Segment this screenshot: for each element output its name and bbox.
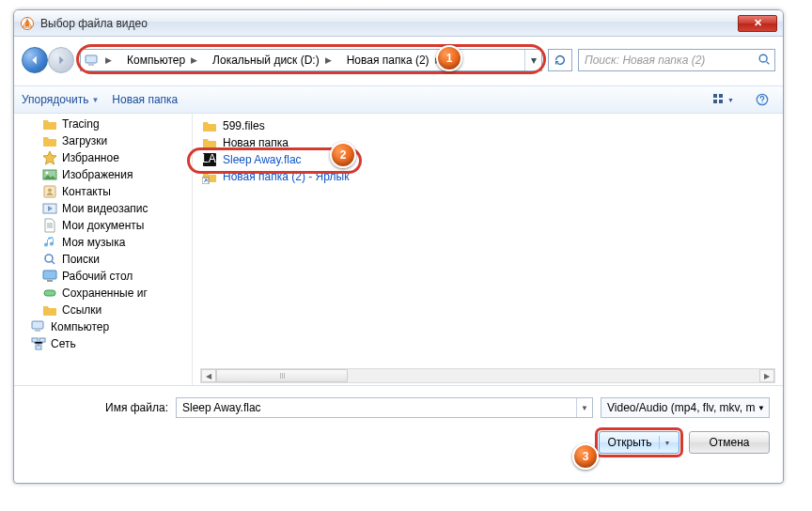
view-mode-button[interactable]: ▼	[710, 89, 736, 110]
scroll-thumb[interactable]	[216, 369, 348, 382]
file-name: 599.files	[223, 119, 265, 132]
tree-item[interactable]: Мои видеозапис	[14, 200, 192, 217]
documents-icon	[42, 218, 57, 233]
search-input[interactable]	[583, 53, 754, 68]
new-folder-button[interactable]: Новая папка	[112, 93, 178, 106]
tree-item[interactable]: Сохраненные иг	[14, 285, 192, 302]
body: Tracing Загрузки Избранное Изображения К…	[14, 114, 783, 386]
folder-icon	[202, 118, 217, 133]
svg-rect-2	[88, 64, 94, 66]
tree-item[interactable]: Избранное	[14, 149, 192, 166]
folder-icon	[202, 135, 217, 150]
tree-item[interactable]: Мои документы	[14, 217, 192, 234]
folder-icon	[42, 116, 57, 132]
svg-point-11	[46, 172, 49, 175]
file-row[interactable]: Новая папка (2) - Ярлык	[200, 168, 775, 185]
tree-label: Поиски	[62, 253, 100, 266]
footer: Имя файла: ▼ Video/Audio (mp4, flv, mkv,…	[14, 386, 783, 463]
shortcut-icon	[202, 169, 217, 184]
tree-item[interactable]: Загрузки	[14, 132, 192, 149]
organize-menu[interactable]: Упорядочить ▼	[22, 93, 99, 106]
svg-rect-23	[36, 346, 41, 349]
navigation-tree[interactable]: Tracing Загрузки Избранное Изображения К…	[14, 114, 193, 385]
tree-item[interactable]: Рабочий стол	[14, 268, 192, 285]
address-dropdown[interactable]: ▾	[524, 50, 541, 70]
tree-root-computer[interactable]: Компьютер	[14, 318, 192, 335]
folder-icon	[42, 302, 57, 317]
file-row[interactable]: 599.files	[200, 117, 775, 134]
help-button[interactable]	[749, 89, 775, 110]
chevron-down-icon: ▼	[664, 440, 671, 446]
tree-label: Мои видеозапис	[62, 202, 148, 215]
contacts-icon	[42, 184, 57, 199]
titlebar: Выбор файла видео ✕	[14, 10, 783, 37]
filename-input[interactable]	[177, 401, 576, 414]
forward-button[interactable]	[48, 47, 74, 73]
button-row: Открыть ▼ Отмена	[27, 431, 770, 454]
svg-rect-6	[713, 100, 717, 103]
music-icon	[42, 235, 57, 250]
chevron-down-icon: ▼	[727, 97, 734, 103]
file-name: Sleep Away.flac	[223, 153, 302, 166]
star-icon	[42, 150, 57, 165]
search-icon	[757, 53, 771, 69]
pictures-icon	[42, 167, 57, 182]
chevron-down-icon: ▼	[757, 404, 765, 412]
tree-label: Сохраненные иг	[62, 286, 148, 300]
svg-rect-17	[47, 280, 53, 282]
svg-rect-1	[86, 55, 97, 63]
filename-dropdown[interactable]: ▼	[576, 398, 592, 417]
file-list[interactable]: 599.files Новая папка FLAC Sleep Away.fl…	[193, 114, 783, 385]
tree-item[interactable]: Поиски	[14, 251, 192, 268]
file-row-selected[interactable]: FLAC Sleep Away.flac	[200, 151, 775, 168]
tree-item[interactable]: Контакты	[14, 183, 192, 200]
refresh-button[interactable]	[548, 49, 572, 71]
cancel-label: Отмена	[709, 436, 749, 449]
svg-point-15	[45, 255, 53, 262]
chevron-right-icon: ▶	[103, 55, 114, 65]
tree-item[interactable]: Изображения	[14, 166, 192, 183]
tree-item[interactable]: Tracing	[14, 116, 192, 132]
filename-input-wrap: ▼	[176, 397, 593, 418]
cancel-button[interactable]: Отмена	[689, 431, 770, 454]
tree-item[interactable]: Моя музыка	[14, 234, 192, 251]
file-name: Новая папка (2) - Ярлык	[223, 170, 349, 183]
annotation-callout-2: 2	[330, 142, 356, 168]
breadcrumb[interactable]: Локальный диск (D:) ▶	[205, 50, 339, 70]
search-field[interactable]	[578, 49, 775, 71]
svg-point-3	[759, 54, 767, 62]
flac-icon: FLAC	[202, 152, 217, 167]
filetype-filter[interactable]: Video/Audio (mp4, flv, mkv, m ▼	[601, 397, 770, 418]
scroll-right-button[interactable]: ▶	[759, 369, 774, 382]
breadcrumb[interactable]: Компьютер ▶	[119, 50, 205, 70]
file-row[interactable]: Новая папка	[200, 134, 775, 151]
annotation-callout-1: 1	[436, 45, 462, 71]
close-button[interactable]: ✕	[738, 15, 777, 32]
svg-text:FLAC: FLAC	[202, 152, 217, 165]
scroll-track[interactable]	[216, 369, 759, 382]
back-button[interactable]	[22, 47, 48, 73]
svg-rect-4	[713, 94, 717, 98]
file-open-dialog: Выбор файла видео ✕	[13, 9, 784, 484]
app-icon	[20, 16, 35, 31]
video-icon	[42, 201, 57, 216]
open-label: Открыть	[607, 436, 651, 449]
horizontal-scrollbar[interactable]: ◀ ▶	[200, 368, 775, 383]
svg-rect-16	[43, 271, 56, 279]
breadcrumb-root[interactable]: ▶	[81, 50, 119, 70]
svg-rect-19	[32, 321, 43, 329]
computer-icon	[85, 54, 100, 67]
tree-root-network[interactable]: Сеть	[14, 335, 192, 352]
breadcrumb-label: Локальный диск (D:)	[212, 54, 320, 67]
filename-row: Имя файла: ▼ Video/Audio (mp4, flv, mkv,…	[27, 397, 770, 418]
open-button[interactable]: Открыть ▼	[599, 431, 679, 454]
address-bar[interactable]: ▶ Компьютер ▶ Локальный диск (D:) ▶ Нова…	[80, 49, 542, 71]
tree-label: Мои документы	[62, 219, 144, 232]
organize-label: Упорядочить	[22, 93, 88, 106]
breadcrumb[interactable]: Новая папка (2) ▶	[339, 50, 449, 70]
nav-buttons	[22, 47, 74, 73]
scroll-left-button[interactable]: ◀	[201, 369, 216, 382]
tree-item[interactable]: Ссылки	[14, 302, 192, 318]
network-icon	[31, 336, 46, 351]
svg-point-9	[761, 102, 762, 103]
